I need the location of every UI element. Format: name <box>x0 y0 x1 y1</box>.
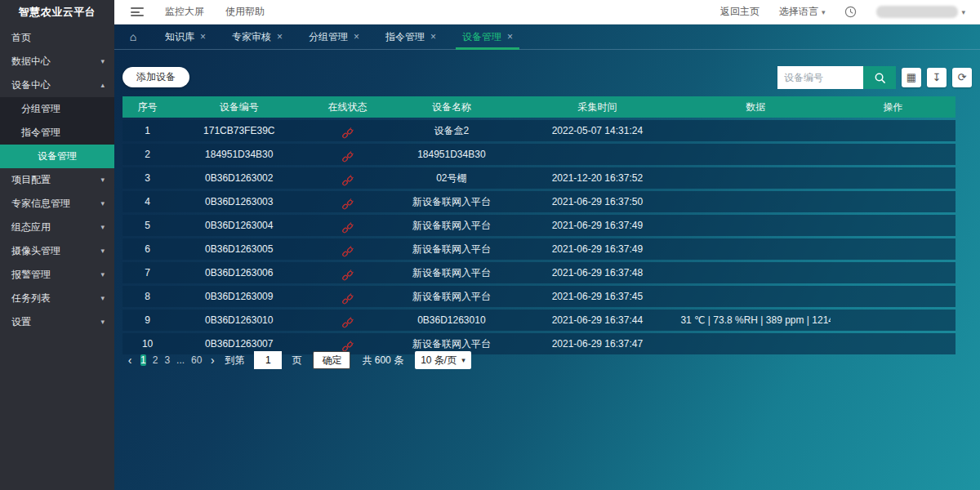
cell-device-id: 0B36D1263005 <box>172 238 305 260</box>
cell-collect-time: 2021-06-29 16:37:50 <box>514 191 680 212</box>
cell-device-id: 0B36D1263010 <box>172 310 305 331</box>
cell-status <box>305 191 389 212</box>
sidebar-item[interactable]: 专家信息管理 ▾ <box>0 192 114 216</box>
disconnected-icon <box>341 198 354 211</box>
language-select[interactable]: 选择语言▾ <box>779 5 826 19</box>
tab[interactable]: 分组管理 × <box>296 24 372 50</box>
search-button[interactable] <box>863 66 896 89</box>
chevron-icon: ▾ <box>100 310 105 334</box>
cell-device-name: 0B36D1263010 <box>389 310 514 331</box>
sidebar-item[interactable]: 设备中心 ▴ <box>0 74 114 97</box>
next-page-icon[interactable]: › <box>205 354 220 367</box>
table-row[interactable]: 6 0B36D1263005 新设备联网入平台 2021-06-29 16:37… <box>122 238 956 260</box>
cell-serial: 7 <box>122 262 172 283</box>
prev-page-icon[interactable]: ‹ <box>122 354 137 367</box>
cell-device-id: 171CB73FE39C <box>172 120 305 141</box>
pagination: ‹ 123...60 › 到第 页 确定 共 600 条 10 条/页 ▾ <box>122 351 471 369</box>
sidebar: 智慧农业云平台 首页 数据中心 ▾ 设备中心 ▴ 分组管理 指令管理 设备管理 … <box>0 0 114 490</box>
table-row[interactable]: 4 0B36D1263003 新设备联网入平台 2021-06-29 16:37… <box>122 191 956 212</box>
goto-confirm-button[interactable]: 确定 <box>313 351 350 369</box>
cell-actions <box>831 286 956 307</box>
return-home-link[interactable]: 返回主页 <box>720 5 760 19</box>
close-icon[interactable]: × <box>430 31 436 42</box>
sidebar-item[interactable]: 组态应用 ▾ <box>0 216 114 239</box>
sidebar-item[interactable]: 设备管理 <box>0 145 114 168</box>
toolbar: 添加设备 ▦ ↧ ⟳ <box>114 50 980 96</box>
search-input[interactable] <box>777 66 863 89</box>
disconnected-icon <box>341 175 354 187</box>
cell-status <box>305 215 389 236</box>
table-row[interactable]: 9 0B36D1263010 0B36D1263010 2021-06-29 1… <box>122 310 956 331</box>
cell-data <box>680 333 831 354</box>
cell-collect-time: 2021-06-29 16:37:49 <box>514 215 680 236</box>
chevron-icon: ▾ <box>100 216 105 239</box>
sidebar-item[interactable]: 首页 <box>0 26 114 50</box>
help-link[interactable]: 使用帮助 <box>225 5 265 19</box>
page-unit-label: 页 <box>292 354 301 368</box>
cell-device-name: 新设备联网入平台 <box>389 238 514 260</box>
cell-serial: 8 <box>122 286 172 307</box>
cell-collect-time: 2021-06-29 16:37:48 <box>514 262 680 283</box>
user-menu[interactable]: ▾ <box>876 6 965 18</box>
chevron-icon: ▾ <box>100 263 105 287</box>
sidebar-item[interactable]: 分组管理 <box>0 97 114 121</box>
grid-view-button[interactable]: ▦ <box>902 68 921 87</box>
home-tab-icon[interactable]: ⌂ <box>114 30 152 43</box>
topbar: 监控大屏 使用帮助 返回主页 选择语言▾ ▾ <box>114 0 980 24</box>
sidebar-item[interactable]: 指令管理 <box>0 121 114 145</box>
menu-collapse-icon[interactable] <box>131 7 144 16</box>
sidebar-item[interactable]: 设置 ▾ <box>0 310 114 334</box>
page-button[interactable]: 3 <box>164 354 170 366</box>
table-row[interactable]: 2 184951D34B30 184951D34B30 <box>122 144 956 165</box>
grid-icon: ▦ <box>906 71 916 83</box>
table-row[interactable]: 3 0B36D1263002 02号棚 2021-12-20 16:37:52 <box>122 167 956 189</box>
page-button[interactable]: 2 <box>153 354 158 366</box>
cell-status <box>305 286 389 307</box>
cell-status <box>305 144 389 165</box>
page-buttons: 123...60 <box>137 352 205 368</box>
chevron-down-icon: ▾ <box>461 356 466 364</box>
cell-device-name: 新设备联网入平台 <box>389 215 514 236</box>
page-button[interactable]: 1 <box>140 354 146 366</box>
table-row[interactable]: 7 0B36D1263006 新设备联网入平台 2021-06-29 16:37… <box>122 262 956 283</box>
app-title: 智慧农业云平台 <box>0 0 114 24</box>
refresh-button[interactable]: ⟳ <box>952 68 972 87</box>
page-ellipsis: ... <box>176 354 185 366</box>
sidebar-item[interactable]: 数据中心 ▾ <box>0 50 114 74</box>
export-icon: ↧ <box>933 71 942 83</box>
cell-serial: 3 <box>122 167 172 189</box>
tab[interactable]: 设备管理 × <box>449 24 526 50</box>
table-row[interactable]: 5 0B36D1263004 新设备联网入平台 2021-06-29 16:37… <box>122 215 956 236</box>
cell-status <box>305 167 389 189</box>
close-icon[interactable]: × <box>507 31 513 42</box>
cell-serial: 6 <box>122 238 172 260</box>
sidebar-item[interactable]: 项目配置 ▾ <box>0 168 114 192</box>
per-page-select[interactable]: 10 条/页 ▾ <box>415 351 471 369</box>
page-button[interactable]: 60 <box>191 354 202 366</box>
add-device-button[interactable]: 添加设备 <box>122 67 189 87</box>
close-icon[interactable]: × <box>277 31 283 42</box>
sidebar-item[interactable]: 摄像头管理 ▾ <box>0 239 114 263</box>
sidebar-item[interactable]: 任务列表 ▾ <box>0 287 114 310</box>
cell-serial: 9 <box>122 310 172 331</box>
chevron-down-icon: ▾ <box>961 8 965 16</box>
tab[interactable]: 知识库 × <box>152 24 219 50</box>
table-row[interactable]: 1 171CB73FE39C 设备盒2 2022-05-07 14:31:24 <box>122 120 956 141</box>
cell-data <box>680 262 831 283</box>
clock-icon[interactable] <box>844 6 857 18</box>
cell-serial: 1 <box>122 120 172 141</box>
export-button[interactable]: ↧ <box>927 68 947 87</box>
tab[interactable]: 指令管理 × <box>372 24 449 50</box>
cell-collect-time <box>514 144 680 165</box>
goto-page-input[interactable] <box>254 351 282 369</box>
disconnected-icon <box>341 246 354 258</box>
close-icon[interactable]: × <box>200 31 206 42</box>
close-icon[interactable]: × <box>354 31 359 42</box>
table-row[interactable]: 8 0B36D1263009 新设备联网入平台 2021-06-29 16:37… <box>122 286 956 307</box>
sidebar-item[interactable]: 报警管理 ▾ <box>0 263 114 287</box>
cell-collect-time: 2021-06-29 16:37:49 <box>514 238 680 260</box>
table-header-row: 序号 设备编号 在线状态 设备名称 采集时间 数据 操作 <box>122 96 956 118</box>
tab[interactable]: 专家审核 × <box>219 24 296 50</box>
cell-data <box>680 238 831 260</box>
monitor-screen-link[interactable]: 监控大屏 <box>165 5 204 19</box>
